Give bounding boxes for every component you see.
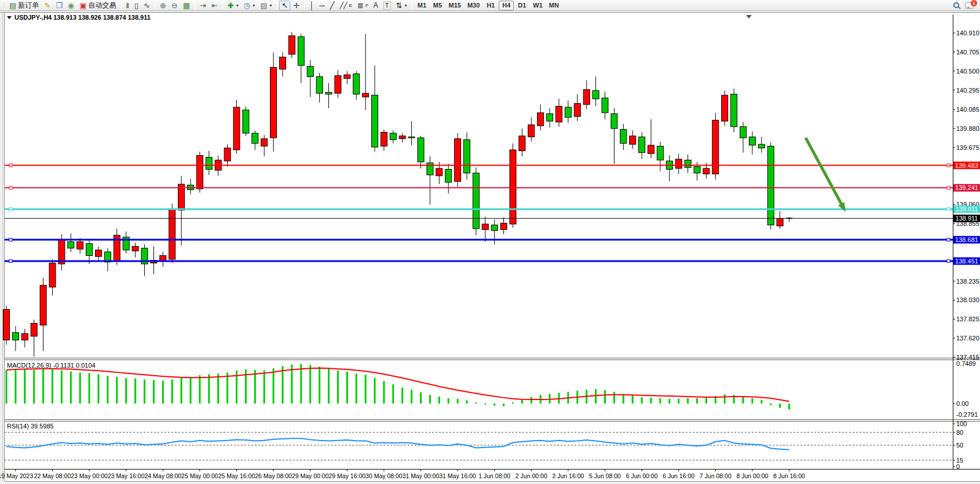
toolbar-separator (222, 1, 223, 10)
svg-text:138.235: 138.235 (956, 278, 979, 285)
crosshair-icon: ✛ (293, 2, 299, 9)
chart-shift-icon: ⇤ (211, 2, 218, 9)
svg-text:26 May 08:00: 26 May 08:00 (255, 472, 292, 479)
profiles-button[interactable]: ❐ (53, 1, 65, 10)
timeframe-m15[interactable]: M15 (446, 1, 464, 10)
equidistant-channel-icon: ╱╱ (339, 2, 347, 9)
svg-text:0.7489: 0.7489 (956, 360, 976, 367)
trendline-button[interactable]: ╱ (328, 1, 337, 10)
text-label-button[interactable]: T (381, 1, 393, 10)
svg-text:137.825: 137.825 (956, 316, 979, 322)
line-chart-button[interactable]: ∿ (141, 1, 152, 10)
fibonacci-button[interactable]: ≣F (355, 1, 371, 10)
chevron-down-icon: ▾ (404, 3, 407, 8)
timeframe-m30[interactable]: M30 (465, 1, 482, 10)
svg-text:140.910: 140.910 (956, 30, 979, 36)
autotrading-button[interactable]: ▣ 自动交易 (77, 1, 118, 10)
svg-text:138.451: 138.451 (955, 258, 978, 265)
bar-chart-button[interactable]: ‖ (124, 1, 131, 10)
arrows-icon: ⇅ (396, 2, 403, 9)
toolbar-separator (304, 1, 305, 10)
svg-text:5 Jun 08:00: 5 Jun 08:00 (589, 472, 621, 479)
svg-text:140.085: 140.085 (956, 106, 979, 113)
fibo-f-label: F (365, 3, 368, 8)
svg-text:100: 100 (956, 420, 967, 427)
text-button[interactable]: A (371, 1, 381, 10)
channel-e-label: E (349, 3, 352, 8)
vertical-line-icon: │ (309, 2, 314, 9)
chart-shift-button[interactable]: ⇤ (209, 1, 220, 10)
svg-text:2 Jun 16:00: 2 Jun 16:00 (552, 472, 584, 479)
cursor-button[interactable]: ↖ (279, 1, 290, 10)
arrows-button[interactable]: ⇅ ▾ (394, 1, 409, 10)
horizontal-line-button[interactable]: ─ (317, 1, 327, 10)
svg-text:139.483: 139.483 (955, 162, 978, 169)
svg-text:138.030: 138.030 (956, 296, 979, 303)
candlestick-chart-button[interactable]: ▯ (132, 1, 141, 10)
fibonacci-icon: ≣ (357, 2, 364, 9)
chart-title: USDJPY-,H4 138.913 138.926 138.874 138.9… (14, 14, 151, 21)
svg-text:2 Jun 00:00: 2 Jun 00:00 (515, 472, 547, 479)
signals-icon: ◉ (68, 2, 74, 9)
timeframe-w1[interactable]: W1 (530, 1, 546, 10)
indicators-button[interactable]: ✚ ▾ (225, 1, 241, 10)
zoom-in-button[interactable]: ⊕ (158, 1, 169, 10)
svg-text:30 May 08:00: 30 May 08:00 (365, 472, 403, 479)
chart-canvas[interactable]: USDJPY-,H4 138.913 138.926 138.874 138.9… (0, 11, 980, 484)
zoom-out-button[interactable]: ⊖ (169, 1, 180, 10)
tile-windows-button[interactable]: ▦ (181, 1, 192, 10)
templates-button[interactable]: ▧ ▾ (258, 1, 274, 10)
svg-text:24 May 08:00: 24 May 08:00 (144, 472, 181, 479)
bar-chart-icon: ‖ (126, 2, 129, 9)
macd-label: MACD(12,26,9) -0.1131 0.0104 (7, 362, 96, 369)
equidistant-channel-button[interactable]: ╱╱E (337, 1, 354, 10)
svg-text:25 May 16:00: 25 May 16:00 (218, 472, 255, 479)
auto-scroll-icon: ⇥ (200, 2, 206, 9)
svg-text:-0.2791: -0.2791 (956, 411, 978, 418)
svg-text:7 Jun 08:00: 7 Jun 08:00 (700, 472, 732, 479)
svg-text:29 May 00:00: 29 May 00:00 (292, 472, 329, 479)
timeframe-mn[interactable]: MN (546, 1, 562, 10)
search-icon[interactable] (953, 2, 959, 8)
svg-text:50: 50 (956, 442, 963, 449)
svg-text:138.681: 138.681 (955, 236, 978, 243)
svg-text:6 Jun 00:00: 6 Jun 00:00 (626, 472, 658, 479)
chart-window: USDJPY-,H4 138.913 138.926 138.874 138.9… (0, 11, 980, 484)
toolbar-separator (195, 1, 195, 10)
styler-button[interactable]: ✎ (42, 1, 53, 10)
crosshair-button[interactable]: ✛ (291, 1, 302, 10)
styler-icon: ✎ (44, 2, 50, 9)
timeframe-d1[interactable]: D1 (514, 1, 529, 10)
signals-button[interactable]: ◉ (65, 1, 76, 10)
svg-text:139.241: 139.241 (955, 184, 978, 191)
chevron-down-icon: ▾ (236, 3, 239, 8)
horizontal-line-icon: ─ (319, 2, 324, 9)
timeframe-m1[interactable]: M1 (415, 1, 430, 10)
periods-button[interactable]: ◷ ▾ (242, 1, 257, 10)
svg-text:23 May 00:00: 23 May 00:00 (71, 472, 108, 479)
svg-text:139.675: 139.675 (956, 144, 979, 151)
new-order-button[interactable]: ▤ 新订单 (7, 1, 41, 10)
toolbar-separator (155, 1, 155, 10)
template-icon: ▧ (260, 2, 267, 9)
svg-text:23 May 16:00: 23 May 16:00 (108, 472, 145, 479)
tile-windows-icon: ▦ (183, 2, 190, 9)
timeframe-h4[interactable]: H4 (499, 1, 514, 10)
timeframe-m5[interactable]: M5 (430, 1, 445, 10)
timeframe-h1[interactable]: H1 (483, 1, 498, 10)
profiles-icon: ❐ (56, 2, 63, 9)
auto-scroll-button[interactable]: ⇥ (198, 1, 209, 10)
candlestick-chart-icon: ▯ (134, 2, 138, 9)
svg-text:19 May 2023: 19 May 2023 (0, 472, 33, 479)
clock-icon: ◷ (244, 2, 250, 9)
toolbar-separator (276, 1, 277, 10)
rsi-label: RSI(14) 39.5985 (7, 423, 54, 430)
cursor-icon: ↖ (281, 2, 288, 9)
line-chart-icon: ∿ (144, 2, 150, 9)
autotrading-icon: ▣ (79, 2, 86, 9)
svg-text:139.011: 139.011 (956, 206, 978, 212)
new-order-icon: ▤ (9, 2, 16, 9)
chat-icon[interactable]: 1 (965, 2, 974, 9)
chevron-down-icon: ▾ (269, 3, 272, 8)
vertical-line-button[interactable]: │ (307, 1, 316, 10)
